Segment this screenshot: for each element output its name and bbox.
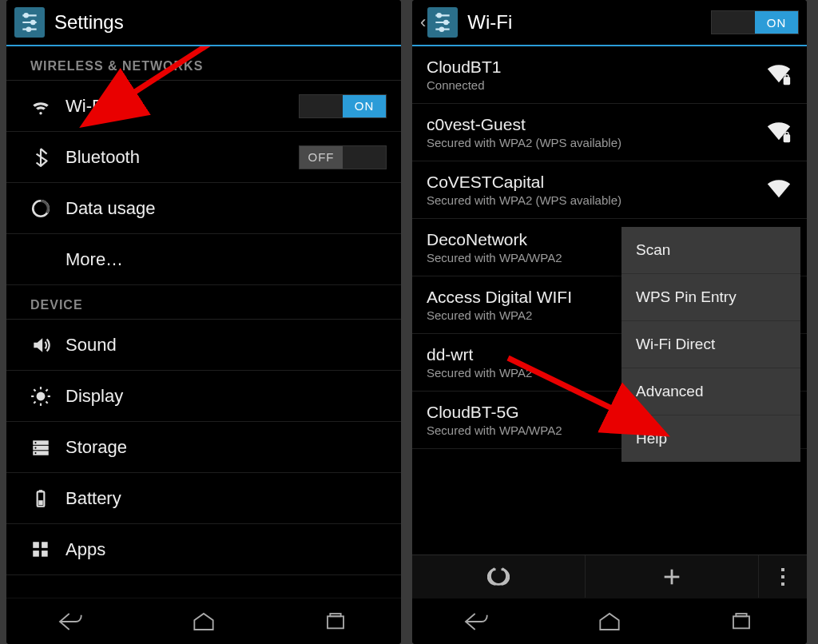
svg-line-12 (34, 389, 35, 391)
svg-line-15 (46, 389, 48, 391)
wifi-action-bar (412, 555, 807, 598)
nav-recent[interactable] (675, 598, 807, 644)
svg-point-21 (34, 451, 36, 453)
wifi-toggle[interactable]: ON (299, 94, 387, 118)
section-wireless-header: WIRELESS & NETWORKS (6, 46, 401, 81)
row-wifi[interactable]: Wi-Fi ON (6, 81, 401, 132)
row-wifi-label: Wi-Fi (66, 96, 299, 117)
svg-point-33 (438, 14, 441, 17)
svg-rect-26 (42, 542, 48, 548)
wifi-status: Secured with WPA2 (WPS available) (427, 193, 765, 207)
row-more-label: More… (66, 249, 387, 270)
svg-rect-24 (38, 500, 42, 505)
svg-rect-25 (33, 542, 39, 548)
toggle-off-label: OFF (300, 146, 343, 169)
row-data-usage[interactable]: Data usage (6, 183, 401, 234)
wifi-network-row[interactable]: c0vest-Guest Secured with WPA2 (WPS avai… (412, 104, 807, 161)
row-battery[interactable]: Battery (6, 473, 401, 524)
settings-icon[interactable] (427, 7, 458, 38)
wifi-appbar: ‹ Wi-Fi ON (412, 0, 807, 45)
wps-push-button[interactable] (412, 555, 586, 598)
svg-rect-28 (42, 551, 48, 557)
svg-rect-48 (733, 616, 749, 628)
svg-rect-47 (781, 582, 784, 586)
menu-advanced[interactable]: Advanced (621, 368, 800, 415)
nav-home[interactable] (544, 598, 676, 644)
add-network-button[interactable] (586, 555, 759, 598)
row-apps-label: Apps (66, 539, 387, 560)
svg-rect-49 (736, 614, 746, 616)
wifi-network-row[interactable]: CloudBT1 Connected (412, 46, 807, 104)
settings-icon (14, 7, 45, 38)
svg-point-5 (27, 28, 30, 31)
sound-icon (30, 335, 66, 356)
toggle-on-label: ON (343, 95, 386, 117)
svg-rect-39 (785, 74, 788, 78)
row-sound[interactable]: Sound (6, 320, 401, 371)
wifi-icon (30, 96, 66, 117)
row-apps[interactable]: Apps (6, 524, 401, 575)
wifi-network-row[interactable]: CoVESTCapital Secured with WPA2 (WPS ava… (412, 161, 807, 219)
svg-rect-23 (39, 490, 42, 491)
settings-title: Settings (54, 11, 124, 34)
nav-bar (6, 598, 401, 644)
wifi-network-list: CloudBT1 Connected c0vest-Guest Secured … (412, 46, 807, 555)
nav-bar (412, 598, 807, 644)
wifi-ssid: c0vest-Guest (427, 115, 765, 134)
nav-back[interactable] (412, 598, 544, 644)
svg-line-13 (46, 401, 48, 403)
nav-recent[interactable] (269, 598, 401, 644)
row-display[interactable]: Display (6, 371, 401, 422)
row-bluetooth[interactable]: Bluetooth OFF (6, 132, 401, 183)
row-storage-label: Storage (66, 437, 387, 458)
wifi-master-toggle[interactable]: ON (711, 10, 799, 34)
wifi-title: Wi-Fi (467, 11, 512, 34)
toggle-on-label: ON (755, 11, 798, 34)
menu-help[interactable]: Help (621, 415, 800, 462)
wifi-status: Connected (427, 78, 765, 92)
svg-rect-27 (33, 551, 39, 557)
wifi-status: Secured with WPA2 (WPS available) (427, 136, 765, 149)
row-bluetooth-label: Bluetooth (66, 147, 299, 168)
nav-home[interactable] (138, 598, 270, 644)
menu-wifi-direct[interactable]: Wi-Fi Direct (621, 321, 800, 368)
storage-icon (30, 437, 66, 458)
svg-line-14 (34, 401, 35, 403)
settings-appbar: Settings (6, 0, 401, 45)
overflow-button[interactable] (759, 555, 807, 598)
display-icon (30, 386, 66, 407)
nav-back[interactable] (6, 598, 138, 644)
wifi-signal-icon (765, 60, 792, 90)
apps-icon (30, 539, 66, 560)
svg-rect-45 (781, 568, 784, 571)
settings-screen: Settings WIRELESS & NETWORKS Wi-Fi ON Bl… (6, 0, 401, 644)
bluetooth-icon (30, 147, 66, 168)
svg-rect-30 (328, 616, 343, 628)
menu-scan[interactable]: Scan (621, 227, 800, 274)
wifi-ssid: CloudBT1 (427, 58, 765, 77)
row-storage[interactable]: Storage (6, 422, 401, 473)
menu-wps-pin[interactable]: WPS Pin Entry (621, 274, 800, 321)
svg-rect-46 (781, 575, 784, 578)
data-usage-icon (30, 198, 66, 219)
row-data-usage-label: Data usage (66, 198, 387, 219)
row-battery-label: Battery (66, 488, 387, 509)
svg-point-19 (34, 441, 36, 443)
wifi-signal-icon (765, 175, 792, 205)
back-chevron-icon[interactable]: ‹ (420, 12, 426, 33)
svg-point-37 (440, 28, 443, 31)
battery-icon (30, 488, 66, 509)
row-sound-label: Sound (66, 335, 387, 356)
svg-point-3 (31, 21, 34, 24)
wifi-ssid: CoVESTCapital (427, 173, 765, 192)
section-device-header: DEVICE (6, 285, 401, 320)
svg-point-20 (34, 447, 36, 448)
svg-rect-41 (785, 132, 788, 135)
svg-point-7 (37, 392, 46, 400)
row-display-label: Display (66, 386, 387, 407)
wifi-overflow-menu: Scan WPS Pin Entry Wi-Fi Direct Advanced… (621, 227, 800, 462)
row-more[interactable]: More… (6, 234, 401, 285)
svg-point-1 (25, 14, 28, 17)
bluetooth-toggle[interactable]: OFF (299, 145, 387, 169)
settings-list: WIRELESS & NETWORKS Wi-Fi ON Bluetooth O… (6, 46, 401, 598)
